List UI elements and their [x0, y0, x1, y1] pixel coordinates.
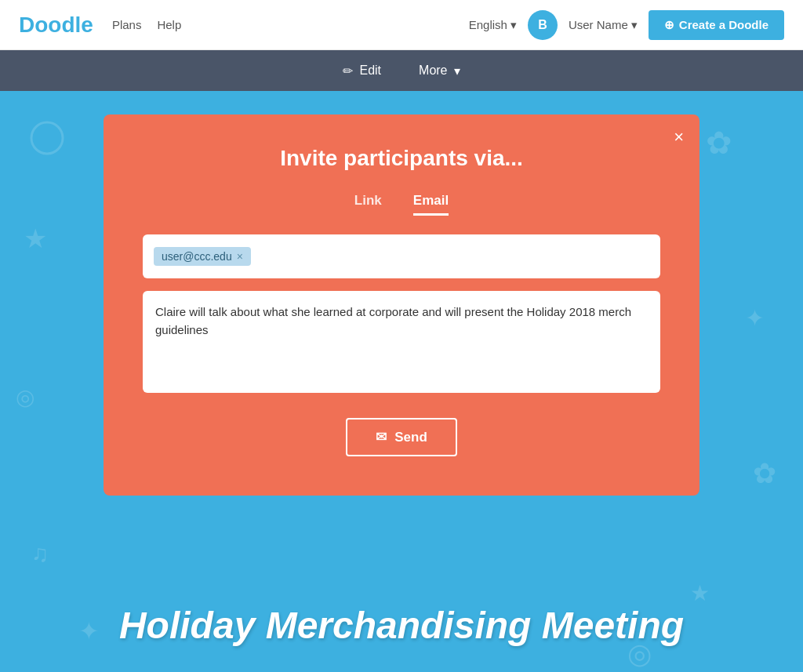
- message-textarea[interactable]: Claire will talk about what she learned …: [143, 291, 660, 393]
- pencil-icon: ✏: [343, 64, 353, 78]
- tab-link[interactable]: Link: [354, 193, 382, 216]
- user-chevron-icon: ▾: [631, 18, 638, 32]
- toolbar: ✏ Edit More ▾: [0, 50, 803, 91]
- more-chevron-icon: ▾: [454, 64, 460, 78]
- more-button[interactable]: More ▾: [419, 64, 460, 78]
- nav-links: Plans Help: [112, 18, 469, 31]
- chevron-down-icon: ▾: [511, 18, 517, 32]
- tab-email-label: Email: [413, 193, 449, 208]
- user-name-label: User Name: [569, 18, 628, 31]
- navbar: Doodle Plans Help English ▾ B User Name …: [0, 0, 803, 50]
- language-label: English: [469, 18, 507, 31]
- user-name[interactable]: User Name ▾: [569, 18, 638, 32]
- plus-icon: ⊕: [664, 18, 674, 32]
- tab-link-label: Link: [354, 193, 382, 208]
- edit-label: Edit: [359, 64, 381, 78]
- invite-modal: × Invite participants via... Link Email …: [104, 114, 699, 496]
- svg-text:★: ★: [690, 581, 710, 605]
- modal-tabs: Link Email: [143, 193, 660, 216]
- language-selector[interactable]: English ▾: [469, 18, 517, 32]
- avatar[interactable]: B: [528, 10, 558, 40]
- nav-plans[interactable]: Plans: [112, 18, 142, 31]
- send-label: Send: [394, 430, 427, 445]
- modal-title: Invite participants via...: [143, 146, 660, 171]
- chip-email: user@ccc.edu: [162, 250, 232, 263]
- create-doodle-button[interactable]: ⊕ Create a Doodle: [649, 10, 784, 40]
- email-input-container[interactable]: user@ccc.edu ×: [143, 234, 660, 278]
- modal-close-button[interactable]: ×: [674, 127, 684, 147]
- send-button[interactable]: ✉ Send: [346, 418, 457, 456]
- more-label: More: [419, 64, 447, 78]
- logo[interactable]: Doodle: [19, 13, 93, 38]
- svg-text:★: ★: [24, 223, 47, 253]
- svg-text:✦: ✦: [745, 305, 765, 331]
- nav-help[interactable]: Help: [157, 18, 181, 31]
- envelope-icon: ✉: [376, 429, 387, 445]
- edit-button[interactable]: ✏ Edit: [343, 64, 381, 78]
- tab-email[interactable]: Email: [413, 193, 449, 216]
- svg-text:✿: ✿: [706, 125, 732, 160]
- main-area: ✿ ★ ✦ ◎ ✿ ♫ ★ ✦ ◎ × Invite participants …: [0, 91, 803, 672]
- page-bottom-title: Holiday Merchandising Meeting: [0, 604, 803, 647]
- chip-close-icon[interactable]: ×: [237, 250, 243, 263]
- create-doodle-label: Create a Doodle: [679, 18, 768, 31]
- email-chip: user@ccc.edu ×: [154, 247, 251, 266]
- svg-text:✿: ✿: [753, 457, 776, 489]
- svg-point-0: [31, 122, 63, 154]
- svg-text:◎: ◎: [16, 385, 35, 409]
- svg-text:♫: ♫: [31, 540, 49, 566]
- navbar-right: English ▾ B User Name ▾ ⊕ Create a Doodl…: [469, 10, 784, 40]
- send-button-wrap: ✉ Send: [143, 418, 660, 456]
